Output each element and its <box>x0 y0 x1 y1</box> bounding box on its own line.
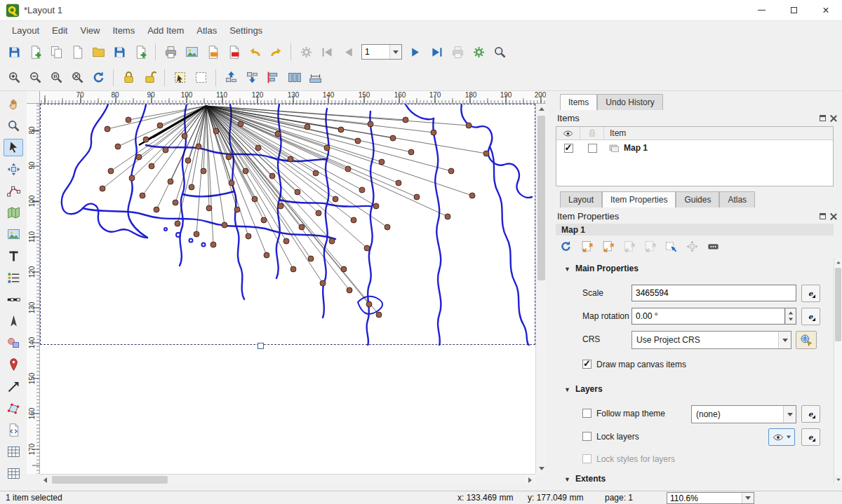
move-item-content-tool[interactable] <box>4 161 23 178</box>
layers-group[interactable]: Layers <box>564 384 603 394</box>
add-marker-tool[interactable] <box>4 356 23 374</box>
add-fixed-table-tool[interactable] <box>4 465 23 482</box>
scroll-right-button[interactable] <box>525 475 535 485</box>
first-feature-button[interactable] <box>317 42 337 62</box>
align-selected-items-button[interactable] <box>263 68 283 88</box>
lock-layers-eye-button[interactable] <box>768 428 795 446</box>
theme-data-defined-button[interactable] <box>801 405 820 423</box>
crs-combo[interactable]: Use Project CRS <box>632 331 791 349</box>
close-button[interactable]: × <box>810 0 842 21</box>
new-layout-button[interactable] <box>25 42 45 62</box>
draw-map-canvas-items-checkbox[interactable] <box>582 360 592 369</box>
items-tree-row-map1[interactable]: Map 1 <box>556 140 833 156</box>
print-atlas-button[interactable] <box>448 42 467 62</box>
map-item[interactable] <box>40 104 535 345</box>
scroll-up-button[interactable] <box>536 104 547 114</box>
unlock-all-items-button[interactable] <box>140 68 159 88</box>
lock-styles-checkbox[interactable] <box>582 454 592 463</box>
scale-input[interactable] <box>632 285 796 301</box>
canvas-vertical-scrollbar[interactable] <box>535 104 546 474</box>
layout-manager-button[interactable] <box>67 42 87 62</box>
select-move-item-tool[interactable] <box>4 139 23 156</box>
zoom-out-button[interactable] <box>25 68 45 88</box>
menu-layout[interactable]: Layout <box>6 22 46 39</box>
lock-layers-checkbox[interactable] <box>582 432 592 441</box>
extents-group[interactable]: Extents <box>564 474 606 484</box>
close-panel-icon[interactable] <box>830 115 836 121</box>
export-as-pdf-button[interactable] <box>224 42 243 62</box>
select-crs-button[interactable] <box>796 331 817 349</box>
tab-undo-history[interactable]: Undo History <box>597 94 662 110</box>
zoom-full-button[interactable] <box>67 68 87 88</box>
menu-edit[interactable]: Edit <box>46 22 74 39</box>
atlas-settings-button[interactable] <box>469 42 488 62</box>
load-template-button[interactable] <box>88 42 108 62</box>
lower-selected-items-button[interactable] <box>242 68 262 88</box>
map1-lock-checkbox[interactable] <box>588 144 597 153</box>
undo-button[interactable] <box>245 42 265 62</box>
add-legend-tool[interactable] <box>4 269 23 287</box>
map-rotation-input[interactable] <box>632 308 785 325</box>
zoom-dropdown-button[interactable] <box>742 493 754 503</box>
tab-atlas[interactable]: Atlas <box>719 191 755 207</box>
edit-nodes-item-tool[interactable] <box>4 182 23 200</box>
set-map-extent-to-canvas-button[interactable] <box>578 238 595 254</box>
view-extent-in-canvas-button[interactable] <box>599 238 616 254</box>
print-button[interactable] <box>161 42 180 62</box>
minimize-button[interactable] <box>745 0 777 21</box>
zoom-actual-button[interactable] <box>46 68 66 88</box>
float-panel-icon[interactable] <box>820 115 826 121</box>
add-arrow-tool[interactable] <box>4 378 23 395</box>
zoom-level-input[interactable] <box>667 492 742 504</box>
duplicate-layout-button[interactable] <box>46 42 66 62</box>
interactively-edit-extent-button[interactable] <box>662 238 679 254</box>
update-map-preview-button[interactable] <box>557 238 574 254</box>
add-attribute-table-tool[interactable] <box>4 443 23 461</box>
menu-settings[interactable]: Settings <box>223 22 269 39</box>
map-item-resize-handle[interactable] <box>258 343 264 349</box>
deselect-all-items-button[interactable] <box>191 68 210 88</box>
add-scalebar-tool[interactable] <box>4 291 23 308</box>
view-scale-in-canvas-button[interactable] <box>641 238 658 254</box>
raise-selected-items-button[interactable] <box>221 68 241 88</box>
labeling-settings-button[interactable] <box>704 238 721 254</box>
zoom-in-button[interactable] <box>4 68 24 88</box>
menu-atlas[interactable]: Atlas <box>190 22 223 39</box>
move-map-content-button[interactable] <box>683 238 700 254</box>
save-as-template-button[interactable] <box>109 42 129 62</box>
last-feature-button[interactable] <box>427 42 446 62</box>
crs-dropdown-button[interactable] <box>778 332 791 348</box>
next-feature-button[interactable] <box>406 42 425 62</box>
pan-layout-tool[interactable] <box>4 95 23 113</box>
float-panel-icon[interactable] <box>820 213 826 219</box>
properties-scrollbar[interactable] <box>834 258 842 484</box>
menu-items[interactable]: Items <box>106 22 141 39</box>
add-map-tool[interactable] <box>4 204 23 222</box>
scroll-up-button[interactable] <box>834 258 842 266</box>
refresh-view-button[interactable] <box>88 68 108 88</box>
redo-button[interactable] <box>266 42 286 62</box>
add-label-tool[interactable] <box>4 247 23 265</box>
add-html-frame-tool[interactable] <box>4 421 23 439</box>
properties-scroll-thumb[interactable] <box>835 268 841 341</box>
save-project-button[interactable] <box>4 42 24 62</box>
resize-items-button[interactable] <box>305 68 325 88</box>
vertical-scroll-thumb[interactable] <box>537 116 545 280</box>
atlas-page-input[interactable] <box>362 46 389 58</box>
export-as-svg-button[interactable] <box>203 42 222 62</box>
tab-item-properties[interactable]: Item Properties <box>602 191 676 207</box>
layout-page[interactable] <box>40 104 535 474</box>
main-properties-group[interactable]: Main Properties <box>564 264 639 273</box>
rotation-data-defined-button[interactable] <box>801 308 820 325</box>
select-all-items-button[interactable] <box>170 68 189 88</box>
tab-layout[interactable]: Layout <box>560 191 602 207</box>
item-properties-scrollarea[interactable]: Main Properties Scale Map rotation CRS U… <box>554 258 834 484</box>
add-picture-tool[interactable] <box>4 226 23 243</box>
menu-view[interactable]: View <box>74 22 106 39</box>
set-map-scale-to-canvas-button[interactable] <box>620 238 637 254</box>
preview-atlas-button[interactable] <box>296 42 316 62</box>
close-panel-icon[interactable] <box>830 213 836 219</box>
map-rotation-spinner[interactable] <box>785 308 796 325</box>
export-atlas-button[interactable] <box>490 42 509 62</box>
previous-feature-button[interactable] <box>338 42 358 62</box>
